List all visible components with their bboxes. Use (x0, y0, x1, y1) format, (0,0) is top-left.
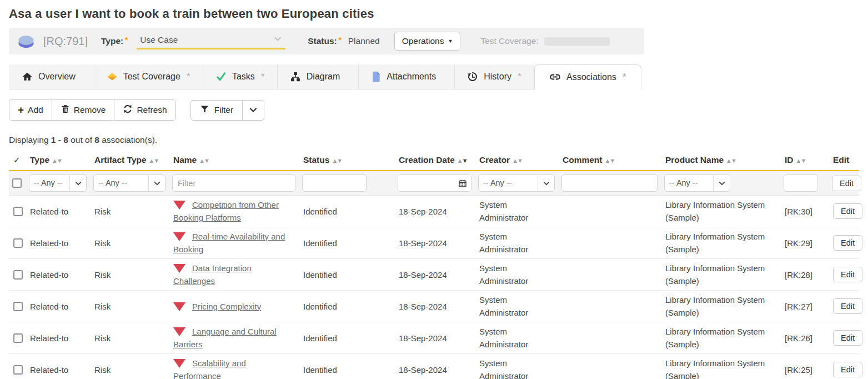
cell-name: Pricing Complexity (169, 291, 299, 322)
chevron-down-icon (713, 175, 730, 191)
cell-artifact-type: Risk (90, 322, 169, 354)
chevron-down-icon (273, 34, 282, 46)
cell-type: Related-to (26, 291, 90, 322)
tab-history[interactable]: History* (455, 64, 534, 89)
tab-diagram[interactable]: Diagram (278, 64, 359, 89)
edit-button[interactable]: Edit (833, 298, 862, 314)
comment-filter-input[interactable] (561, 174, 658, 192)
risk-icon (173, 232, 185, 241)
column-header-status[interactable]: Status▲▼ (299, 151, 394, 171)
cell-artifact-type: Risk (90, 227, 169, 259)
column-header-product-name[interactable]: Product Name▲▼ (661, 151, 780, 171)
history-icon (467, 71, 478, 82)
cell-product-name: Library Information System (Sample) (661, 227, 780, 259)
row-checkbox[interactable] (13, 270, 23, 280)
filter-dropdown-toggle[interactable] (243, 101, 264, 120)
toolbar-button-group: + Add Remove Refresh (9, 99, 176, 121)
creator-filter-select[interactable]: -- Any -- (478, 174, 555, 192)
risk-icon (173, 359, 185, 368)
cell-name: Real-time Availability and Booking (169, 227, 299, 259)
row-checkbox[interactable] (13, 302, 23, 311)
add-button[interactable]: + Add (9, 99, 52, 121)
tab-test-coverage[interactable]: Test Coverage* (94, 64, 203, 89)
column-header-name[interactable]: Name▲▼ (169, 151, 299, 171)
name-filter-input[interactable] (172, 174, 295, 192)
tab-attachments[interactable]: Attachments (359, 64, 455, 89)
cell-creator: System Administrator (475, 291, 558, 322)
column-header-edit: Edit (829, 151, 859, 171)
column-header-artifact-type[interactable]: Artifact Type▲▼ (90, 151, 169, 171)
table-body: Related-to Risk Competition from Other B… (9, 196, 859, 379)
creation-date-filter-input[interactable] (398, 175, 454, 191)
cell-product-name: Library Information System (Sample) (661, 196, 780, 227)
column-header-creation-date[interactable]: Creation Date▲▼ (394, 151, 475, 171)
edit-button[interactable]: Edit (833, 267, 862, 282)
row-checkbox[interactable] (13, 333, 23, 343)
association-name-link[interactable]: Real-time Availability and Booking (173, 232, 285, 254)
risk-icon (173, 327, 185, 336)
tab-bar: Overview Test Coverage* Tasks* Diagram A… (9, 64, 641, 89)
type-select[interactable]: Use Case (137, 33, 285, 49)
association-row: Related-to Risk Real-time Availability a… (9, 227, 859, 259)
type-filter-select[interactable]: -- Any -- (29, 174, 87, 192)
risk-icon (173, 264, 185, 273)
artifact-type-filter-select[interactable]: -- Any -- (93, 174, 165, 192)
column-header-type[interactable]: Type▲▼ (26, 151, 90, 171)
id-filter-input[interactable] (784, 174, 818, 192)
cell-comment (558, 354, 661, 379)
status-filter-input[interactable] (302, 174, 367, 192)
column-header-comment[interactable]: Comment▲▼ (558, 151, 661, 171)
edit-filter-button[interactable]: Edit (832, 176, 861, 191)
use-case-artifact-icon (17, 33, 36, 49)
association-name-link[interactable]: Pricing Complexity (192, 302, 261, 311)
filter-split-button: Filter (190, 100, 264, 121)
total-count: 8 (94, 135, 99, 144)
product-filter-select[interactable]: -- Any -- (664, 174, 730, 192)
column-header-creator[interactable]: Creator▲▼ (475, 151, 558, 171)
tab-overview[interactable]: Overview (9, 64, 94, 89)
remove-button[interactable]: Remove (52, 99, 114, 121)
document-icon (371, 71, 381, 82)
chevron-down-icon (538, 175, 554, 191)
edit-button[interactable]: Edit (833, 330, 862, 346)
edit-button[interactable]: Edit (833, 362, 862, 377)
caret-down-icon: ▼ (448, 39, 453, 44)
sort-arrows-icon: ▲▼ (149, 155, 159, 165)
home-icon (22, 71, 33, 82)
table-header-row: ✓ Type▲▼ Artifact Type▲▼ Name▲▼ Status▲▼… (9, 151, 859, 171)
test-coverage-group: Test Coverage: (480, 36, 609, 46)
column-header-id[interactable]: ID▲▼ (780, 151, 829, 171)
required-star-icon: ★ (124, 36, 129, 42)
row-checkbox[interactable] (13, 365, 23, 375)
status-group: Status:★ Planned (308, 36, 379, 46)
page: Asa a user I want to book a train betwee… (0, 0, 868, 379)
tab-associations[interactable]: Associations* (534, 64, 641, 89)
filter-button[interactable]: Filter (191, 101, 243, 120)
edit-button[interactable]: Edit (833, 203, 862, 219)
select-all-checkbox[interactable] (12, 178, 22, 188)
sort-arrows-icon: ▲▼ (332, 155, 342, 165)
cell-type: Related-to (26, 196, 90, 227)
cell-creator: System Administrator (475, 227, 558, 259)
cell-creation-date: 18-Sep-2024 (394, 227, 475, 259)
artifact-header-bar: [RQ:791] Type:★ Use Case Status:★ Planne… (9, 28, 644, 54)
cell-artifact-type: Risk (90, 291, 169, 322)
edit-button[interactable]: Edit (833, 235, 862, 251)
sort-arrows-icon: ▲▼ (796, 155, 806, 165)
refresh-button[interactable]: Refresh (114, 99, 175, 121)
cell-comment (558, 291, 661, 322)
calendar-icon[interactable] (454, 175, 471, 191)
select-all-header[interactable]: ✓ (9, 151, 26, 171)
row-checkbox[interactable] (13, 238, 23, 248)
cell-comment (558, 322, 661, 354)
filter-row: -- Any -- -- Any -- -- Any -- -- Any -- … (9, 171, 859, 196)
cell-creation-date: 18-Sep-2024 (394, 196, 475, 227)
cell-product-name: Library Information System (Sample) (661, 259, 780, 291)
association-name-link[interactable]: Language and Cultural Barriers (173, 327, 277, 349)
tab-tasks[interactable]: Tasks* (203, 64, 278, 89)
association-name-link[interactable]: Competition from Other Booking Platforms (173, 200, 279, 222)
operations-button[interactable]: Operations ▼ (394, 32, 461, 51)
associations-toolbar: + Add Remove Refresh Filter (9, 99, 859, 121)
cell-status: Identified (299, 227, 394, 259)
row-checkbox[interactable] (13, 207, 23, 216)
